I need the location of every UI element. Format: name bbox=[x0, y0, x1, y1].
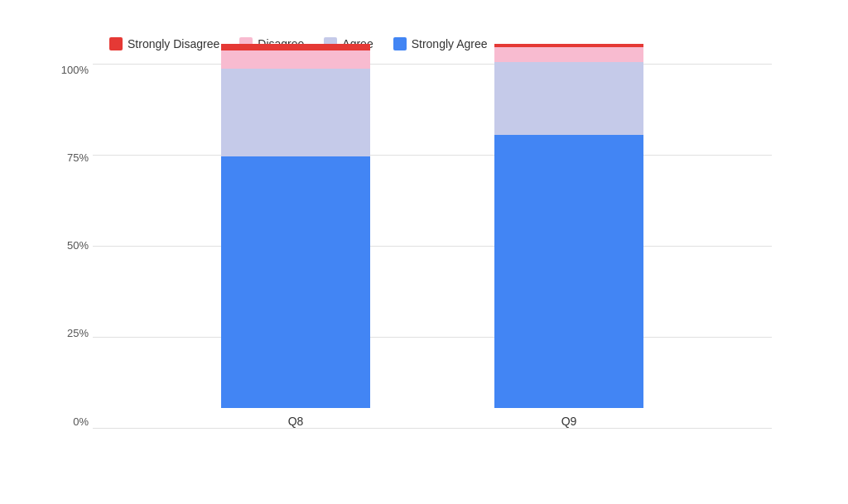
chart-container: Strongly DisagreeDisagreeAgreeStrongly A… bbox=[26, 21, 822, 484]
legend-item-strongly-agree: Strongly Agree bbox=[393, 37, 488, 50]
y-label: 0% bbox=[51, 415, 89, 428]
y-label: 100% bbox=[51, 64, 89, 76]
bar-group-q9: Q9 bbox=[494, 44, 643, 428]
legend-label: Strongly Disagree bbox=[128, 37, 219, 50]
y-label: 25% bbox=[51, 327, 89, 339]
y-axis-labels: 100%75%50%25%0% bbox=[51, 64, 89, 428]
chart-area: 100%75%50%25%0% Q8Q9 bbox=[93, 64, 772, 428]
bar-segment-agree bbox=[221, 69, 370, 156]
bar-segment-stronglyAgree bbox=[494, 135, 643, 408]
bar-segment-stronglyAgree bbox=[221, 156, 370, 408]
legend-swatch bbox=[393, 37, 407, 50]
chart-legend: Strongly DisagreeDisagreeAgreeStrongly A… bbox=[93, 37, 772, 50]
bar-segment-disagree bbox=[221, 50, 370, 69]
grid-line-0 bbox=[93, 428, 772, 429]
bar-segment-stronglyDisagree bbox=[221, 44, 370, 51]
bar-group-q8: Q8 bbox=[221, 44, 370, 428]
bar-segment-agree bbox=[494, 62, 643, 135]
legend-label: Strongly Agree bbox=[412, 37, 488, 50]
bars-wrapper: Q8Q9 bbox=[93, 64, 772, 428]
y-label: 50% bbox=[51, 239, 89, 252]
bar-x-label: Q9 bbox=[561, 415, 577, 428]
bar-segment-disagree bbox=[494, 47, 643, 62]
legend-swatch bbox=[109, 37, 123, 50]
stacked-bar bbox=[221, 44, 370, 408]
legend-item-strongly-disagree: Strongly Disagree bbox=[109, 37, 219, 50]
bar-x-label: Q8 bbox=[288, 415, 304, 428]
stacked-bar bbox=[494, 44, 643, 408]
y-label: 75% bbox=[51, 151, 89, 164]
